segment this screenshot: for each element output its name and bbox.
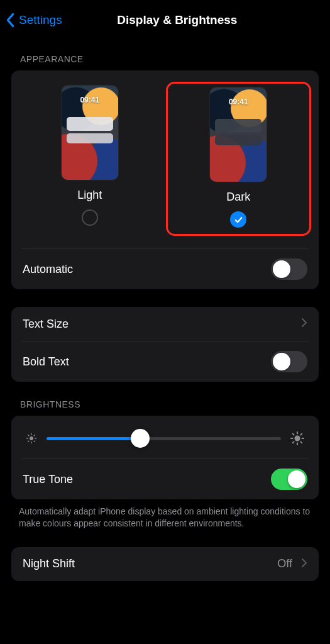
true-tone-label: True Tone — [23, 473, 73, 486]
appearance-option-light[interactable]: 09:41 Light — [19, 82, 161, 236]
text-size-label: Text Size — [23, 318, 69, 331]
preview-light: 09:41 — [62, 86, 118, 180]
svg-line-5 — [28, 435, 29, 436]
true-tone-toggle[interactable] — [271, 469, 307, 490]
brightness-slider[interactable] — [47, 437, 281, 440]
bold-text-label: Bold Text — [23, 355, 69, 369]
night-shift-row[interactable]: Night Shift Off — [11, 547, 319, 581]
appearance-option-dark[interactable]: 09:41 Dark — [166, 82, 312, 236]
chevron-right-icon — [301, 558, 307, 570]
appearance-label-light: Light — [77, 189, 102, 202]
radio-dark[interactable] — [230, 211, 246, 228]
radio-light[interactable] — [82, 209, 98, 226]
svg-line-15 — [300, 441, 302, 443]
bold-text-toggle[interactable] — [271, 351, 307, 372]
sun-max-icon — [290, 431, 305, 446]
sun-min-icon — [25, 432, 38, 445]
slider-thumb[interactable] — [131, 429, 150, 448]
svg-line-16 — [293, 441, 294, 443]
back-chevron-icon[interactable] — [5, 13, 15, 28]
svg-line-17 — [300, 434, 302, 435]
night-shift-value: Off — [277, 557, 292, 570]
svg-line-6 — [34, 441, 35, 441]
page-title: Display & Brightness — [35, 13, 320, 27]
automatic-label: Automatic — [23, 263, 73, 276]
preview-time: 09:41 — [62, 96, 118, 104]
svg-line-7 — [28, 441, 29, 441]
chevron-right-icon — [301, 318, 307, 330]
appearance-label-dark: Dark — [226, 191, 250, 204]
svg-line-8 — [34, 435, 35, 436]
preview-dark: 09:41 — [210, 87, 267, 182]
svg-line-14 — [293, 434, 294, 435]
svg-point-0 — [30, 436, 33, 440]
true-tone-footnote: Automatically adapt iPhone display based… — [0, 499, 330, 530]
appearance-header: APPEARANCE — [0, 36, 330, 70]
brightness-header: BRIGHTNESS — [0, 382, 330, 416]
night-shift-label: Night Shift — [23, 557, 75, 570]
automatic-toggle[interactable] — [271, 258, 307, 280]
text-size-row[interactable]: Text Size — [11, 307, 319, 341]
svg-point-9 — [295, 436, 300, 441]
preview-time: 09:41 — [210, 97, 267, 106]
